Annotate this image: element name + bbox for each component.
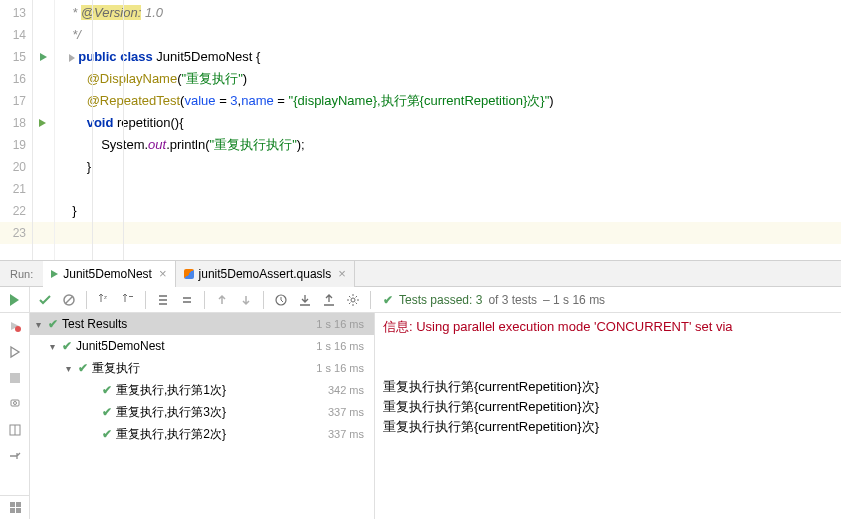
expand-all-button[interactable] (152, 289, 174, 311)
line-number: 23 (0, 222, 32, 244)
comment-end: */ (72, 27, 81, 42)
run-side-toolbar (0, 313, 30, 519)
keyword: class (120, 49, 153, 64)
method-name: repetition (117, 115, 170, 130)
line-number-gutter: 13 14 15 16 17 18 19 20 21 22 23 (0, 0, 33, 260)
toggle-auto-test-button[interactable] (0, 339, 30, 365)
pass-icon: ✔ (102, 405, 112, 419)
rerun-button[interactable] (0, 287, 30, 312)
statement-end: ); (297, 137, 305, 152)
line-number: 20 (0, 156, 32, 178)
pass-icon: ✔ (102, 427, 112, 441)
line-number: 18 (0, 112, 32, 134)
line-number: 16 (0, 68, 32, 90)
chevron-down-icon[interactable]: ▾ (50, 341, 60, 352)
svg-rect-7 (10, 373, 20, 383)
brace: } (72, 203, 76, 218)
test-history-button[interactable] (270, 289, 292, 311)
tree-item-time: 337 ms (328, 406, 374, 418)
brace: } (87, 159, 91, 174)
annotation: @RepeatedTest (87, 93, 180, 108)
rerun-failed-button[interactable] (0, 313, 30, 339)
run-tab-inactive[interactable]: junit5DemoAssert.quasls × (176, 261, 355, 287)
tree-item-time: 1 s 16 ms (316, 340, 374, 352)
sort-by-duration-button[interactable] (117, 289, 139, 311)
svg-rect-8 (11, 400, 19, 406)
close-icon[interactable]: × (338, 266, 346, 281)
line-number: 14 (0, 24, 32, 46)
tab-label: junit5DemoAssert.quasls (199, 267, 332, 281)
pass-icon: ✔ (48, 317, 58, 331)
tree-root[interactable]: ▾ ✔ Test Results 1 s 16 ms (30, 313, 374, 335)
tree-test-node[interactable]: ✔ 重复执行,执行第3次} 337 ms (30, 401, 374, 423)
fold-arrow-icon[interactable] (69, 54, 75, 62)
run-test-gutter-icon[interactable] (33, 112, 54, 134)
import-tests-button[interactable] (294, 289, 316, 311)
tool-window-button[interactable] (0, 495, 30, 519)
check-icon: ✔ (383, 293, 393, 307)
run-panel: Run: Junit5DemoNest × junit5DemoAssert.q… (0, 260, 841, 519)
tree-item-label: 重复执行,执行第2次} (116, 426, 328, 443)
named-arg: name (241, 93, 274, 108)
keyword: void (87, 115, 114, 130)
line-number: 17 (0, 90, 32, 112)
brace: (){ (171, 115, 184, 130)
console-output[interactable]: 信息: Using parallel execution mode 'CONCU… (375, 313, 841, 519)
tests-passed-count: Tests passed: 3 (399, 293, 482, 307)
stop-button[interactable] (0, 365, 30, 391)
run-config-icon (51, 270, 58, 278)
console-stdout-line: 重复执行执行第{currentRepetition}次} (383, 377, 833, 397)
string-literal: "重复执行执行" (210, 137, 297, 152)
console-info-prefix: 信息: (383, 319, 416, 334)
console-stdout-line: 重复执行执行第{currentRepetition}次} (383, 397, 833, 417)
chevron-down-icon[interactable]: ▾ (36, 319, 46, 330)
tree-class-node[interactable]: ▾ ✔ Junit5DemoNest 1 s 16 ms (30, 335, 374, 357)
class-name: Junit5DemoNest (156, 49, 252, 64)
export-results-button[interactable] (318, 289, 340, 311)
test-tree[interactable]: ▾ ✔ Test Results 1 s 16 ms ▾ ✔ Junit5Dem… (30, 313, 375, 519)
chevron-down-icon[interactable]: ▾ (66, 363, 76, 374)
pass-icon: ✔ (62, 339, 72, 353)
svg-line-1 (65, 296, 73, 304)
line-number: 15 (0, 46, 32, 68)
pin-tab-button[interactable] (0, 443, 30, 469)
close-icon[interactable]: × (159, 266, 167, 281)
javadoc-tag: @Version: (81, 5, 141, 20)
tree-item-time: 337 ms (328, 428, 374, 440)
sort-alphabetically-button[interactable]: z (93, 289, 115, 311)
string-literal: "重复执行" (182, 71, 243, 86)
named-arg: value (184, 93, 215, 108)
run-label: Run: (0, 268, 43, 280)
annotation: @DisplayName (87, 71, 178, 86)
svg-rect-3 (129, 296, 133, 297)
line-number: 21 (0, 178, 32, 200)
keyword: public (78, 49, 116, 64)
editor-area: 13 14 15 16 17 18 19 20 21 22 23 * @Vers… (0, 0, 841, 260)
tree-item-time: 342 ms (328, 384, 374, 396)
line-number: 22 (0, 200, 32, 222)
run-class-gutter-icon[interactable] (33, 46, 54, 68)
pass-icon: ✔ (78, 361, 88, 375)
tab-label: Junit5DemoNest (63, 267, 152, 281)
settings-gear-icon[interactable] (342, 289, 364, 311)
test-toolbar-row: z ✔ Tests passed: 3 of 3 tests – 1 s 16 … (0, 287, 841, 313)
show-passed-toggle[interactable] (34, 289, 56, 311)
code-editor[interactable]: * @Version: 1.0 */ public class Junit5De… (55, 0, 841, 260)
tree-test-node[interactable]: ✔ 重复执行,执行第2次} 337 ms (30, 423, 374, 445)
gutter-run-icons (33, 0, 55, 260)
collapse-all-button[interactable] (176, 289, 198, 311)
static-field: out (148, 137, 166, 152)
tree-item-time: 1 s 16 ms (316, 318, 374, 330)
tree-test-node[interactable]: ✔ 重复执行,执行第1次} 342 ms (30, 379, 374, 401)
layout-button[interactable] (0, 417, 30, 443)
console-stdout-line: 重复执行执行第{currentRepetition}次} (383, 417, 833, 437)
dump-threads-button[interactable] (0, 391, 30, 417)
next-failed-button[interactable] (235, 289, 257, 311)
run-tab-active[interactable]: Junit5DemoNest × (43, 261, 175, 287)
svg-text:z: z (104, 294, 107, 300)
tree-container-node[interactable]: ▾ ✔ 重复执行 1 s 16 ms (30, 357, 374, 379)
svg-point-9 (13, 402, 16, 405)
previous-failed-button[interactable] (211, 289, 233, 311)
tests-total-count: of 3 tests (488, 293, 537, 307)
show-ignored-toggle[interactable] (58, 289, 80, 311)
